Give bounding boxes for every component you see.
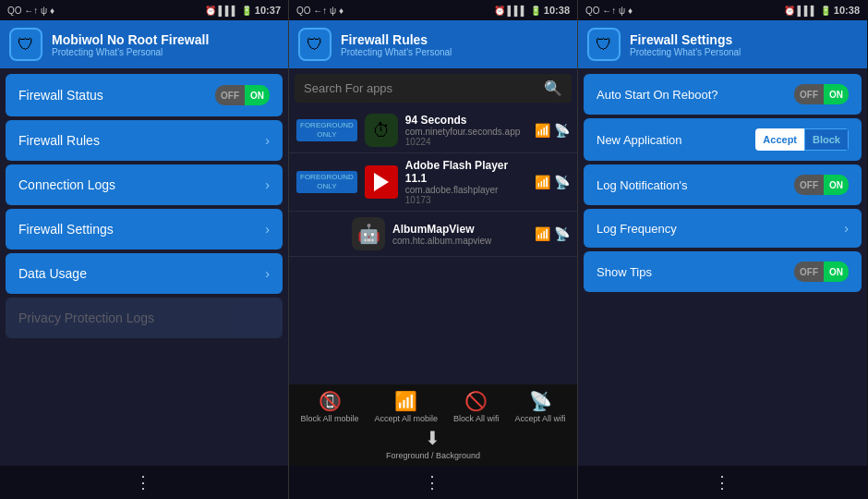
bottom-bar-1: ⋮ — [0, 466, 288, 499]
status-icons-1: QO ←↑ ψ ♦ — [7, 6, 54, 16]
accept-all-wifi-btn[interactable]: 📡 Accept All wifi — [514, 390, 565, 423]
wifi-signal-icon-0[interactable]: 📡 — [554, 123, 570, 138]
accept-button[interactable]: Accept — [755, 128, 804, 151]
accept-block-control[interactable]: Accept Block — [755, 128, 849, 151]
app-pkg-2: com.htc.album.mapview — [392, 236, 527, 246]
block-all-mobile-btn[interactable]: 📵 Block All mobile — [300, 390, 358, 423]
settings-item-log-freq[interactable]: Log Frequency › — [584, 209, 862, 248]
toggle-off-1: OFF — [215, 85, 245, 105]
menu-item-connection-logs[interactable]: Connection Logs › — [6, 164, 283, 205]
menu-item-data-usage[interactable]: Data Usage › — [6, 253, 283, 294]
block-all-wifi-btn[interactable]: 🚫 Block All wifi — [453, 390, 500, 423]
status-left-3: QO ←↑ ψ ♦ — [585, 6, 633, 16]
app-pkg-0: com.ninetyfour.seconds.app — [405, 127, 527, 137]
toggle-log-notif[interactable]: OFF ON — [794, 175, 849, 195]
status-right-1: ⏰ ▌▌▌ 🔋 10:37 — [205, 5, 281, 16]
chevron-icon-log-freq: › — [844, 221, 849, 236]
header-text-1: Mobiwol No Root Firewall Protecting What… — [52, 32, 209, 57]
time-3: 10:38 — [834, 5, 860, 16]
settings-item-log-notif[interactable]: Log Notification's OFF ON — [584, 164, 862, 205]
app-info-2: AlbumMapView com.htc.album.mapview — [392, 223, 527, 246]
toggle-firewall-status[interactable]: OFF ON — [215, 85, 270, 105]
mobile-signal-icon-1[interactable]: 📶 — [535, 175, 550, 189]
overflow-menu-icon-3[interactable]: ⋮ — [714, 472, 732, 493]
menu-list: Firewall Status OFF ON Firewall Rules › … — [0, 68, 288, 466]
app-row-0[interactable]: FOREGROUNDONLY ⏱ 94 Seconds com.ninetyfo… — [289, 108, 577, 153]
settings-list: Auto Start On Reboot? OFF ON New Applica… — [578, 68, 867, 466]
settings-item-show-tips[interactable]: Show Tips OFF ON — [584, 251, 862, 292]
app-logo-1: 🛡 — [9, 28, 42, 61]
alarm-icon: ⏰ — [205, 6, 216, 16]
accept-all-mobile-btn[interactable]: 📶 Accept All mobile — [374, 390, 438, 423]
time-2: 10:38 — [544, 5, 570, 16]
wifi-signal-icon-1[interactable]: 📡 — [554, 175, 570, 189]
accept-wifi-icon: 📡 — [529, 390, 552, 412]
app-icon-0: ⏱ — [365, 114, 398, 147]
menu-item-firewall-status[interactable]: Firewall Status OFF ON — [6, 74, 283, 116]
block-wifi-icon: 🚫 — [464, 390, 488, 412]
menu-label-privacy-logs: Privacy Protection Logs — [18, 310, 154, 325]
search-bar[interactable]: Search For apps 🔍 — [295, 74, 572, 103]
app-icon-2: 🤖 — [352, 217, 385, 250]
app-row-2[interactable]: 🤖 AlbumMapView com.htc.album.mapview 📶 📡 — [289, 212, 577, 257]
battery-icon-1: 🔋 — [241, 6, 252, 16]
fg-bg-label: Foreground / Background — [386, 451, 480, 460]
toggle-auto-start[interactable]: OFF ON — [794, 84, 849, 104]
settings-item-auto-start[interactable]: Auto Start On Reboot? OFF ON — [584, 74, 862, 115]
app-tag-1: FOREGROUNDONLY — [296, 171, 357, 194]
app-info-1: Adobe Flash Player 11.1 com.adobe.flashp… — [405, 159, 527, 205]
app-name-0: 94 Seconds — [405, 114, 527, 127]
menu-item-firewall-rules[interactable]: Firewall Rules › — [6, 120, 283, 161]
app-name-2: AlbumMapView — [392, 223, 527, 236]
app-subtitle-3: Protecting What's Personal — [630, 47, 741, 57]
status-left-2: QO ←↑ ψ ♦ — [296, 6, 344, 16]
signal-icon-2: ▌▌▌ — [508, 6, 527, 16]
toggle-off-tips: OFF — [794, 262, 824, 282]
panel-firewall-rules: QO ←↑ ψ ♦ ⏰ ▌▌▌ 🔋 10:38 🛡 Firewall Rules… — [289, 0, 578, 499]
app-controls-0: 📶 📡 — [535, 123, 570, 138]
toggle-show-tips[interactable]: OFF ON — [794, 262, 849, 282]
chevron-icon-3: › — [265, 222, 270, 237]
app-row-1[interactable]: FOREGROUNDONLY Adobe Flash Player 11.1 c… — [289, 153, 577, 212]
overflow-menu-icon-2[interactable]: ⋮ — [424, 472, 442, 493]
app-title-2: Firewall Rules — [341, 32, 452, 47]
overflow-menu-icon-1[interactable]: ⋮ — [135, 472, 153, 493]
app-uid-0: 10224 — [405, 137, 527, 147]
status-left-1: QO ←↑ ψ ♦ — [7, 6, 54, 16]
app-uid-1: 10173 — [405, 195, 527, 205]
settings-item-new-app[interactable]: New Application Accept Block — [584, 118, 862, 161]
accept-mobile-label: Accept All mobile — [374, 414, 438, 423]
menu-right-firewall-status: OFF ON — [215, 85, 270, 105]
app-tag-0: FOREGROUNDONLY — [296, 119, 357, 142]
settings-label-new-app: New Application — [597, 133, 682, 147]
status-bar-1: QO ←↑ ψ ♦ ⏰ ▌▌▌ 🔋 10:37 — [0, 0, 288, 20]
app-controls-1: 📶 📡 — [535, 175, 570, 189]
block-button[interactable]: Block — [804, 128, 849, 151]
toggle-on-log: ON — [824, 175, 849, 195]
settings-label-auto-start: Auto Start On Reboot? — [597, 88, 718, 102]
search-placeholder: Search For apps — [304, 81, 536, 95]
toggle-on-1: ON — [245, 85, 270, 105]
alarm-icon-3: ⏰ — [784, 6, 795, 16]
status-bar-2: QO ←↑ ψ ♦ ⏰ ▌▌▌ 🔋 10:38 — [289, 0, 577, 20]
status-icons-3: QO ←↑ ψ ♦ — [585, 6, 633, 16]
foreground-bg-btn[interactable]: ⬇ Foreground / Background — [386, 427, 480, 460]
mobile-signal-icon-0[interactable]: 📶 — [535, 123, 550, 138]
app-list: FOREGROUNDONLY ⏱ 94 Seconds com.ninetyfo… — [289, 108, 577, 384]
panel-main-menu: QO ←↑ ψ ♦ ⏰ ▌▌▌ 🔋 10:37 🛡 Mobiwol No Roo… — [0, 0, 289, 499]
mobile-signal-icon-2[interactable]: 📶 — [535, 226, 550, 241]
signal-icon-1: ▌▌▌ — [219, 6, 238, 16]
toggle-on-auto: ON — [824, 84, 849, 104]
app-name-1: Adobe Flash Player 11.1 — [405, 159, 527, 185]
app-header-2: 🛡 Firewall Rules Protecting What's Perso… — [289, 20, 577, 68]
wifi-signal-icon-2[interactable]: 📡 — [554, 226, 570, 241]
menu-item-firewall-settings[interactable]: Firewall Settings › — [6, 209, 283, 250]
search-icon: 🔍 — [544, 79, 562, 97]
settings-label-show-tips: Show Tips — [597, 265, 652, 279]
settings-label-log-notif: Log Notification's — [597, 178, 688, 192]
chevron-icon-2: › — [265, 177, 270, 192]
block-mobile-icon: 📵 — [319, 390, 342, 412]
app-title-1: Mobiwol No Root Firewall — [52, 32, 209, 47]
menu-right-firewall-rules: › — [265, 133, 270, 148]
menu-right-data-usage: › — [265, 266, 270, 281]
